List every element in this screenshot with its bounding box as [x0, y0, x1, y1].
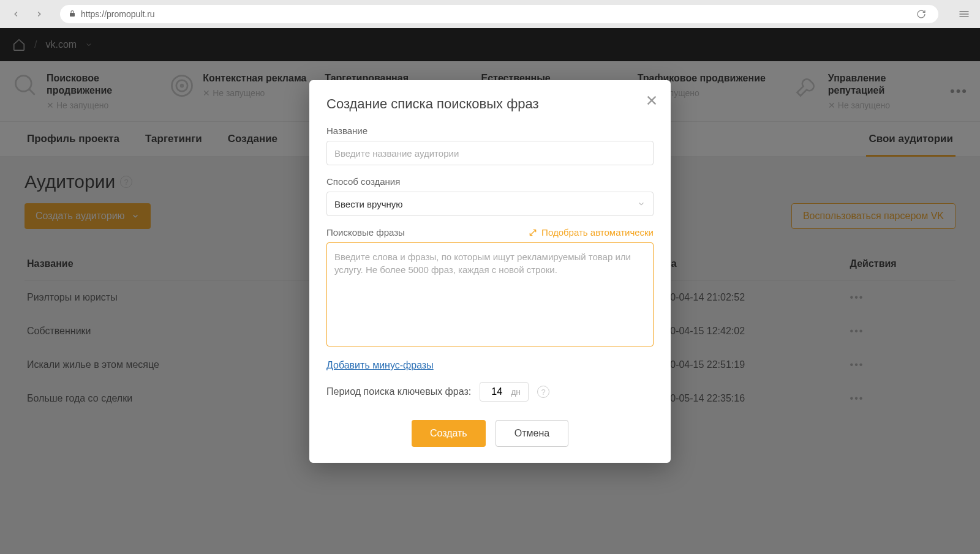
- modal-cancel-button[interactable]: Отмена: [496, 420, 568, 447]
- chevron-down-icon: [637, 200, 646, 208]
- lock-icon: [69, 9, 76, 20]
- modal-title: Создание списка поисковых фраз: [326, 96, 654, 112]
- browser-chrome: https://promopult.ru: [0, 0, 980, 28]
- method-select[interactable]: Ввести вручную: [326, 192, 654, 216]
- refresh-button[interactable]: [913, 6, 930, 23]
- nav-back-button[interactable]: [7, 6, 24, 23]
- url-text: https://promopult.ru: [81, 9, 155, 19]
- close-button[interactable]: [645, 94, 658, 110]
- menu-button[interactable]: [956, 6, 973, 23]
- period-input[interactable]: [488, 386, 506, 397]
- phrases-label: Поисковые фразы: [326, 227, 405, 238]
- nav-forward-button[interactable]: [31, 6, 48, 23]
- help-icon[interactable]: ?: [537, 386, 549, 398]
- method-value: Ввести вручную: [334, 199, 403, 209]
- create-phrases-modal: Создание списка поисковых фраз Название …: [309, 80, 671, 463]
- period-label: Период поиска ключевых фраз:: [326, 386, 471, 397]
- url-bar[interactable]: https://promopult.ru: [60, 5, 938, 23]
- method-label: Способ создания: [326, 176, 654, 187]
- modal-create-button[interactable]: Создать: [412, 420, 486, 447]
- magic-wand-icon: [528, 228, 538, 238]
- name-input[interactable]: [326, 141, 654, 165]
- period-suffix: дн: [511, 387, 521, 397]
- phrases-textarea[interactable]: [326, 242, 654, 346]
- close-icon: [645, 94, 658, 107]
- period-input-box: дн: [480, 382, 529, 402]
- modal-overlay[interactable]: Создание списка поисковых фраз Название …: [0, 28, 980, 554]
- name-label: Название: [326, 125, 654, 136]
- add-minus-phrases-link[interactable]: Добавить минус-фразы: [326, 360, 434, 371]
- auto-pick-link[interactable]: Подобрать автоматически: [528, 227, 654, 238]
